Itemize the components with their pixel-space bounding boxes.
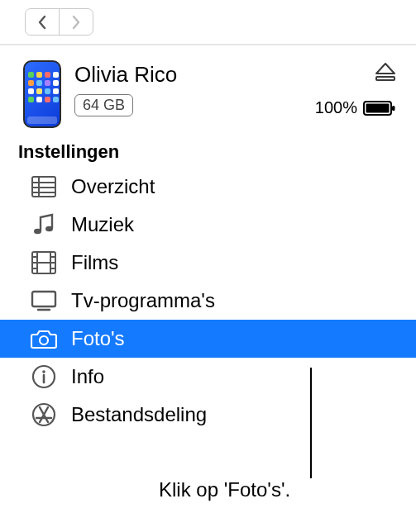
sidebar-item-filesharing[interactable]: Bestandsdeling bbox=[0, 396, 416, 434]
sidebar-item-music[interactable]: Muziek bbox=[0, 206, 416, 244]
nav-group bbox=[25, 8, 93, 36]
sidebar-item-label: Info bbox=[71, 365, 104, 388]
storage-badge: 64 GB bbox=[74, 94, 133, 116]
device-name: Olivia Rico bbox=[74, 62, 302, 88]
callout-line bbox=[310, 368, 312, 478]
svg-point-24 bbox=[42, 370, 45, 373]
sidebar-item-photos[interactable]: Foto's bbox=[0, 320, 416, 358]
svg-point-11 bbox=[45, 226, 53, 231]
eject-icon bbox=[375, 62, 396, 82]
music-note-icon bbox=[30, 211, 58, 239]
forward-button[interactable] bbox=[59, 8, 93, 36]
svg-point-22 bbox=[40, 336, 48, 344]
eject-button[interactable] bbox=[375, 62, 396, 85]
battery-percent: 100% bbox=[315, 98, 357, 117]
sidebar-item-label: Tv-programma's bbox=[71, 289, 215, 312]
sidebar-item-overview[interactable]: Overzicht bbox=[0, 168, 416, 206]
battery-icon bbox=[363, 100, 396, 116]
chevron-right-icon bbox=[71, 15, 81, 30]
svg-point-10 bbox=[34, 229, 41, 234]
sidebar-item-label: Films bbox=[71, 251, 118, 274]
svg-rect-4 bbox=[392, 106, 395, 111]
sidebar-item-movies[interactable]: Films bbox=[0, 244, 416, 282]
device-right: 100% bbox=[315, 60, 401, 117]
back-button[interactable] bbox=[25, 8, 60, 36]
toolbar bbox=[0, 0, 416, 45]
device-header: Olivia Rico 64 GB 100% bbox=[0, 45, 416, 133]
film-icon bbox=[30, 249, 58, 277]
tv-icon bbox=[30, 287, 58, 315]
svg-rect-20 bbox=[32, 292, 55, 306]
svg-rect-3 bbox=[366, 103, 390, 112]
device-meta: Olivia Rico 64 GB bbox=[74, 60, 302, 116]
app-store-icon bbox=[30, 401, 58, 429]
sidebar-item-tv[interactable]: Tv-programma's bbox=[0, 282, 416, 320]
sidebar-item-label: Foto's bbox=[71, 327, 125, 350]
battery-status: 100% bbox=[315, 98, 396, 117]
callout-text: Klik op 'Foto's'. bbox=[159, 478, 290, 501]
sidebar-item-label: Overzicht bbox=[71, 175, 155, 198]
svg-rect-1 bbox=[376, 77, 394, 80]
section-title: Instellingen bbox=[0, 133, 416, 168]
settings-list: OverzichtMuziekFilmsTv-programma'sFoto's… bbox=[0, 168, 416, 434]
sidebar-item-info[interactable]: Info bbox=[0, 358, 416, 396]
camera-icon bbox=[30, 325, 58, 353]
sidebar-item-label: Bestandsdeling bbox=[71, 403, 207, 426]
device-thumbnail bbox=[23, 60, 61, 128]
svg-marker-0 bbox=[376, 64, 394, 74]
info-icon bbox=[30, 363, 58, 391]
sidebar-item-label: Muziek bbox=[71, 213, 134, 236]
list-icon bbox=[30, 173, 58, 201]
chevron-left-icon bbox=[37, 15, 47, 30]
